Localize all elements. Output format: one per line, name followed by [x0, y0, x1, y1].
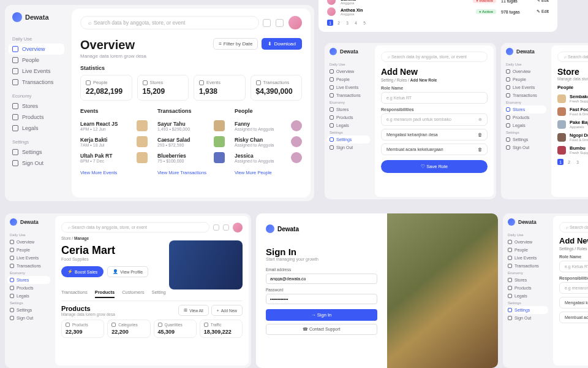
role-name-input[interactable]: e.g Ketua RT [381, 92, 488, 104]
transaction-item[interactable]: Blueberries75 • $100,000 [157, 150, 225, 166]
store-item[interactable]: BumbuFresh Supplies [557, 144, 588, 156]
tab-customers[interactable]: Customers [122, 289, 144, 298]
contact-support-button[interactable]: ☎ Contact Support [266, 324, 377, 335]
bell-icon[interactable] [223, 224, 229, 231]
nav-transactions[interactable]: Transactions [503, 262, 551, 270]
page-button[interactable]: 5 [361, 20, 368, 26]
trash-icon[interactable]: 🗑 [478, 147, 482, 151]
nav-overview[interactable]: Overview [9, 44, 64, 55]
nav-products[interactable]: Products [501, 113, 549, 121]
trash-icon[interactable]: 🗑 [478, 132, 482, 137]
add-new-button[interactable]: + Add New [211, 305, 243, 316]
table-row[interactable]: SantikaAnggota ● Inactive 11 tugas ✎ Edi… [327, 0, 549, 6]
nav-transactions[interactable]: Transactions [325, 91, 372, 99]
password-input[interactable] [266, 294, 377, 304]
nav-overview[interactable]: Overview [5, 238, 53, 246]
nav-settings[interactable]: Settings [327, 136, 370, 144]
nav-legals[interactable]: Legals [5, 292, 53, 300]
responsibility-input[interactable]: e.g menarom [559, 282, 588, 294]
nav-overview[interactable]: Overview [325, 67, 372, 75]
nav-products[interactable]: Products [5, 284, 53, 292]
search-input[interactable]: ⌕ Search data by anggota, store, or even… [381, 52, 488, 62]
nav-people[interactable]: People [325, 75, 372, 83]
nav-signout[interactable]: Sign Out [501, 144, 549, 151]
nav-signout[interactable]: Sign Out [5, 158, 68, 169]
event-item[interactable]: Kerja Bakti7AM • 18 Jul [80, 134, 148, 150]
person-item[interactable]: Risky ChanAssigned to Anggota [235, 134, 302, 150]
transaction-item[interactable]: Sayur Tahu1,493 • $290,000 [157, 118, 225, 134]
transaction-item[interactable]: Caesar Salad293 • $72,590 [157, 134, 225, 150]
nav-transactions[interactable]: Transactions [5, 77, 68, 88]
nav-settings[interactable]: Settings [5, 306, 53, 314]
nav-signout[interactable]: Sign Out [503, 314, 551, 322]
tab-setting[interactable]: Setting [151, 289, 165, 298]
bell-icon[interactable] [276, 19, 284, 27]
nav-overview[interactable]: Overview [503, 238, 551, 246]
nav-stores[interactable]: Stores [503, 276, 551, 284]
nav-products[interactable]: Products [325, 113, 372, 121]
nav-legals[interactable]: Legals [503, 292, 551, 300]
nav-settings[interactable]: Settings [505, 306, 548, 314]
filter-date-button[interactable]: ≡ Filter by Date [213, 38, 258, 50]
nav-transactions[interactable]: Transactions [501, 91, 549, 99]
event-item[interactable]: Learn React JS4PM • 12 Jun [80, 118, 148, 134]
view-all-button[interactable]: ⊞ View All [178, 305, 209, 316]
role-name-input[interactable]: e.g Ketua RT [559, 261, 588, 272]
search-input[interactable]: ⌕Search data by anggota, store, or event [80, 16, 259, 29]
nav-legals[interactable]: Legals [501, 121, 549, 129]
page-button[interactable]: 1 [327, 20, 333, 26]
person-item[interactable]: JessicaAssigned to Anggota [235, 150, 302, 166]
page-button[interactable]: 3 [575, 159, 581, 165]
add-icon[interactable]: ⊕ [478, 117, 482, 122]
tab-products[interactable]: Products [95, 289, 115, 298]
nav-stores[interactable]: Stores [5, 101, 68, 112]
user-avatar[interactable] [288, 16, 302, 29]
inbox-icon[interactable] [263, 19, 271, 27]
nav-live-events[interactable]: Live Events [503, 254, 551, 262]
page-button[interactable]: 1 [557, 159, 564, 165]
nav-legals[interactable]: Legals [5, 123, 68, 134]
email-input[interactable] [266, 274, 377, 284]
nav-people[interactable]: People [501, 75, 549, 83]
nav-live-events[interactable]: Live Events [325, 83, 372, 91]
view-more-events[interactable]: View More Events [80, 170, 117, 175]
store-item[interactable]: SembakoFresh Supplies [557, 92, 588, 105]
event-item[interactable]: Ultah Pak RT8PM • 7 Dec [80, 150, 148, 166]
boost-sales-button[interactable]: ⚡ Boost Sales [61, 266, 104, 277]
nav-transactions[interactable]: Transactions [5, 262, 53, 270]
page-button[interactable]: 4 [353, 20, 359, 26]
search-input[interactable]: ⌕ Search data [559, 222, 588, 232]
nav-legals[interactable]: Legals [325, 121, 372, 129]
nav-products[interactable]: Products [5, 112, 68, 123]
download-button[interactable]: ⬇ Download [262, 38, 302, 50]
store-item[interactable]: Fast FoodFood & Drinks [557, 105, 588, 118]
page-button[interactable]: 2 [566, 159, 572, 165]
person-item[interactable]: FannyAssigned to Anggota [235, 118, 302, 134]
nav-overview[interactable]: Overview [501, 67, 549, 75]
signin-button[interactable]: → Sign In [266, 309, 377, 321]
table-row[interactable]: Anthea XinAnggota ● Active 978 tugas ✎ E… [327, 6, 549, 17]
nav-stores[interactable]: Stores [503, 105, 546, 113]
nav-live-events[interactable]: Live Events [501, 83, 549, 91]
nav-live-events[interactable]: Live Events [5, 254, 53, 262]
nav-people[interactable]: People [503, 246, 551, 254]
view-profile-button[interactable]: 👤 View Profile [107, 266, 148, 277]
nav-people[interactable]: People [5, 246, 53, 254]
user-avatar[interactable] [233, 223, 243, 232]
nav-people[interactable]: People [5, 55, 68, 66]
view-more-people[interactable]: View More People [235, 170, 272, 175]
store-item[interactable]: Ngopi DuluFood & Drinks [557, 131, 588, 144]
nav-live-events[interactable]: Live Events [5, 66, 68, 77]
view-more-transactions[interactable]: View More Transactions [157, 170, 206, 175]
tab-transactions[interactable]: Transactions [61, 289, 88, 298]
nav-settings[interactable]: Settings [501, 136, 549, 144]
nav-products[interactable]: Products [503, 284, 551, 292]
nav-signout[interactable]: Sign Out [5, 314, 53, 322]
edit-button[interactable]: ✎ Edit [537, 0, 549, 3]
nav-stores[interactable]: Stores [325, 105, 372, 113]
responsibility-input[interactable]: e.g menarom padi untuk sembako⊕ [381, 113, 488, 126]
inbox-icon[interactable] [213, 224, 219, 231]
save-role-button[interactable]: ♡ Save Role [381, 160, 488, 173]
nav-settings[interactable]: Settings [5, 147, 68, 158]
nav-stores[interactable]: Stores [7, 276, 50, 284]
